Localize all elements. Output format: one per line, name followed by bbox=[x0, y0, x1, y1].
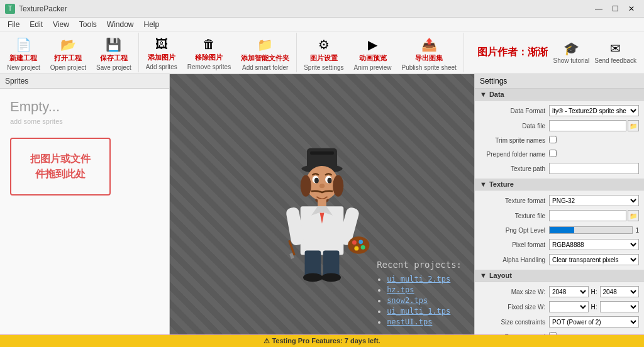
open-project-cn-label: 打开工程 bbox=[54, 53, 82, 63]
trim-sprite-checkbox[interactable] bbox=[549, 136, 557, 143]
data-file-label: Data file bbox=[480, 123, 549, 129]
app-title: TexturePacker bbox=[19, 4, 67, 13]
settings-header: Settings bbox=[475, 74, 644, 89]
pixel-format-select[interactable]: RGBA8888 bbox=[549, 239, 639, 250]
png-opt-row: Png Opt Level 1 bbox=[475, 223, 644, 237]
add-smart-folder-icon: 📁 bbox=[255, 37, 275, 52]
anim-preview-button[interactable]: ▶ 动画预览 Anim preview bbox=[350, 34, 396, 72]
size-constraints-select[interactable]: POT (Power of 2) bbox=[549, 316, 639, 328]
character-illustration bbox=[272, 132, 372, 283]
new-project-icon: 📄 bbox=[13, 37, 33, 52]
remove-sprites-cn-label: 移除图片 bbox=[195, 53, 223, 62]
anim-preview-cn-label: 动画预览 bbox=[359, 53, 387, 63]
recent-project-3[interactable]: ui_multi_1.tps bbox=[387, 307, 450, 316]
max-size-h-select[interactable]: 2048 bbox=[600, 286, 640, 297]
fixed-size-h-select[interactable] bbox=[600, 301, 640, 312]
recent-project-4[interactable]: nestUI.tps bbox=[387, 317, 432, 326]
prepend-folder-row: Prepend folder name bbox=[475, 147, 644, 161]
layout-section-header[interactable]: ▼ Layout bbox=[475, 270, 644, 282]
publish-button[interactable]: 📤 导出图集 Publish sprite sheet bbox=[397, 34, 461, 72]
texture-file-label: Texture file bbox=[480, 212, 549, 219]
data-format-row: Data Format ity® - Texture2D sprite she bbox=[475, 103, 644, 118]
svg-point-10 bbox=[319, 184, 325, 188]
remove-sprites-icon: 🗑 bbox=[199, 37, 219, 52]
main-area: Sprites Empty... add some sprites 把图片或文件… bbox=[0, 74, 644, 334]
author-title: 图片作者：渐渐 bbox=[477, 46, 548, 59]
texture-path-label: Texture path bbox=[480, 165, 549, 172]
texture-file-browse-button[interactable]: 📁 bbox=[628, 210, 639, 221]
data-section-header[interactable]: ▼ Data bbox=[475, 89, 644, 101]
menu-file[interactable]: File bbox=[3, 19, 25, 30]
toolbar-right: 图片作者：渐渐 🎓 Show tutorial ✉ Send feedback bbox=[470, 33, 644, 72]
texture-section-label: Texture bbox=[489, 180, 514, 188]
author-title-text: 图片作者：渐渐 bbox=[477, 46, 548, 59]
data-section-arrow: ▼ bbox=[480, 91, 487, 98]
fixed-size-row: Fixed size W: H: bbox=[475, 299, 644, 314]
fixed-size-w-select[interactable] bbox=[549, 301, 589, 312]
svg-rect-11 bbox=[318, 199, 326, 206]
recent-projects-list: ui_multi_2.tps hz.tps snow2.tps ui_multi… bbox=[377, 275, 462, 326]
texture-file-row: Texture file 📁 bbox=[475, 208, 644, 223]
max-size-w-select[interactable]: 2048 bbox=[549, 286, 589, 297]
max-size-label: Max size W: bbox=[480, 289, 549, 295]
data-format-label: Data Format bbox=[480, 107, 549, 114]
menu-tools[interactable]: Tools bbox=[74, 19, 102, 30]
png-opt-progress[interactable] bbox=[549, 226, 633, 234]
alpha-handling-select[interactable]: Clear transparent pixels bbox=[549, 254, 639, 265]
anim-preview-icon: ▶ bbox=[363, 37, 383, 52]
sprites-label: Sprites bbox=[5, 77, 28, 85]
sprite-settings-cn-label: 图片设置 bbox=[310, 53, 338, 63]
data-section-content: Data Format ity® - Texture2D sprite she … bbox=[475, 101, 644, 179]
data-file-browse-button[interactable]: 📁 bbox=[628, 120, 639, 131]
data-file-control: 📁 bbox=[549, 120, 639, 131]
max-size-control: 2048 H: 2048 bbox=[549, 286, 639, 297]
texture-file-input[interactable] bbox=[549, 210, 626, 221]
publish-en-label: Publish sprite sheet bbox=[402, 64, 457, 71]
send-feedback-button[interactable]: ✉ Send feedback bbox=[594, 41, 636, 64]
recent-project-2[interactable]: snow2.tps bbox=[387, 296, 428, 305]
trim-sprite-label: Trim sprite names bbox=[480, 137, 549, 144]
menu-help[interactable]: Help bbox=[139, 19, 165, 30]
close-button[interactable]: ✕ bbox=[624, 3, 639, 15]
right-panel: Settings ▼ Data Data Format ity® - Textu… bbox=[474, 74, 644, 334]
png-opt-value: 1 bbox=[635, 227, 639, 234]
texture-path-input[interactable] bbox=[549, 163, 639, 174]
center-panel: Recent projects: ui_multi_2.tps hz.tps s… bbox=[170, 74, 474, 334]
menu-edit[interactable]: Edit bbox=[25, 19, 48, 30]
prepend-folder-checkbox[interactable] bbox=[549, 150, 557, 157]
show-tutorial-button[interactable]: 🎓 Show tutorial bbox=[553, 41, 589, 64]
toolbar-settings-group: ⚙ 图片设置 Sprite settings ▶ 动画预览 Anim previ… bbox=[297, 33, 464, 72]
texture-format-select[interactable]: PNG-32 bbox=[549, 195, 639, 206]
save-project-button[interactable]: 💾 保存工程 Save project bbox=[92, 34, 136, 72]
recent-project-1[interactable]: hz.tps bbox=[387, 285, 414, 294]
svg-point-16 bbox=[352, 240, 357, 245]
open-project-button[interactable]: 📂 打开工程 Open project bbox=[46, 34, 91, 72]
maximize-button[interactable]: ☐ bbox=[608, 3, 623, 15]
new-project-button[interactable]: 📄 新建工程 New project bbox=[3, 34, 45, 72]
fixed-size-control: H: bbox=[549, 301, 639, 312]
force-squared-checkbox[interactable] bbox=[549, 332, 557, 334]
png-opt-fill bbox=[550, 227, 574, 233]
recent-projects-title: Recent projects: bbox=[377, 260, 462, 270]
menu-view[interactable]: View bbox=[48, 19, 74, 30]
recent-project-0[interactable]: ui_multi_2.tps bbox=[387, 275, 450, 284]
data-format-select[interactable]: ity® - Texture2D sprite she bbox=[549, 105, 639, 116]
minimize-button[interactable]: — bbox=[591, 3, 606, 15]
svg-point-4 bbox=[301, 175, 311, 197]
drop-zone[interactable]: 把图片或文件件拖到此处 bbox=[10, 138, 111, 196]
size-constraints-control: POT (Power of 2) bbox=[549, 316, 639, 328]
add-smart-folder-button[interactable]: 📁 添加智能文件夹 Add smart folder bbox=[236, 34, 294, 72]
data-file-input[interactable] bbox=[549, 120, 626, 131]
save-project-icon: 💾 bbox=[104, 37, 124, 52]
trim-sprite-row: Trim sprite names bbox=[475, 133, 644, 147]
save-project-en-label: Save project bbox=[96, 64, 131, 71]
texture-format-label: Texture format bbox=[480, 197, 549, 204]
sprite-settings-button[interactable]: ⚙ 图片设置 Sprite settings bbox=[299, 34, 348, 72]
menu-window[interactable]: Window bbox=[102, 19, 139, 30]
pixel-format-row: Pixel format RGBA8888 bbox=[475, 237, 644, 252]
remove-sprites-button[interactable]: 🗑 移除图片 Remove sprites bbox=[183, 34, 235, 72]
png-opt-label: Png Opt Level bbox=[480, 227, 549, 234]
texture-section-header[interactable]: ▼ Texture bbox=[475, 179, 644, 190]
add-sprites-button[interactable]: 🖼 添加图片 Add sprites bbox=[142, 34, 182, 72]
svg-point-19 bbox=[354, 246, 358, 251]
